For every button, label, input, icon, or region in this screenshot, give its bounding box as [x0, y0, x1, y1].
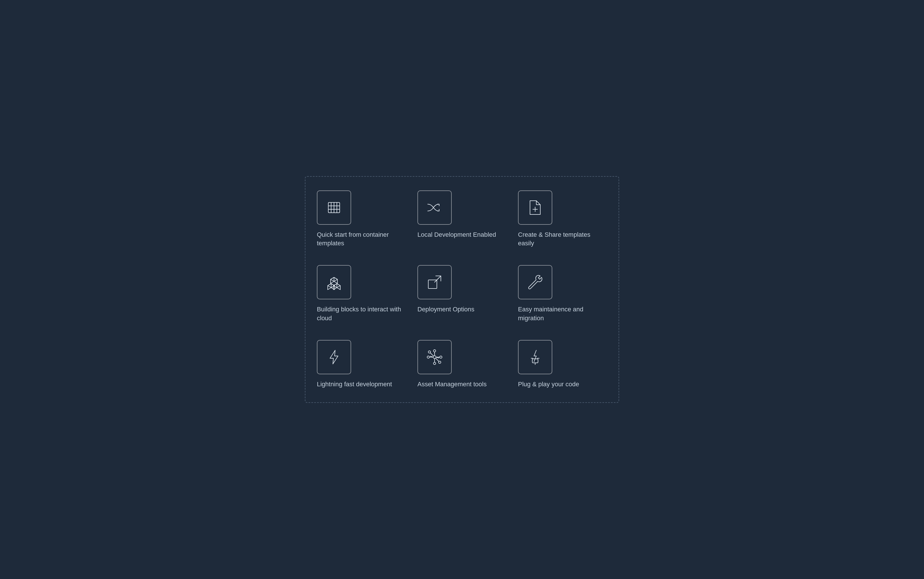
wrench-icon — [526, 273, 544, 291]
svg-line-32 — [436, 358, 439, 361]
lightning-fast-icon-box — [317, 340, 351, 374]
feature-lightning-fast: Lightning fast development — [317, 340, 406, 389]
feature-building-blocks: Building blocks to interact with cloud — [317, 265, 406, 323]
building-blocks-label: Building blocks to interact with cloud — [317, 305, 406, 323]
create-share-label: Create & Share templates easily — [518, 231, 607, 248]
svg-point-21 — [427, 356, 429, 358]
svg-point-22 — [440, 356, 442, 358]
feature-plug-play: Plug & play your code — [518, 340, 607, 389]
local-development-label: Local Development Enabled — [417, 231, 496, 239]
features-grid: Quick start from container templates Loc… — [317, 190, 607, 389]
shuffle-icon — [425, 198, 444, 217]
asset-management-icon-box — [417, 340, 452, 374]
svg-point-23 — [433, 350, 436, 352]
file-plus-icon — [526, 198, 544, 217]
asset-management-label: Asset Management tools — [417, 380, 487, 389]
building-blocks-icon-box — [317, 265, 351, 299]
local-development-icon-box — [417, 190, 452, 225]
features-container: Quick start from container templates Loc… — [305, 176, 619, 403]
container-templates-icon-box — [317, 190, 351, 225]
svg-line-31 — [430, 353, 433, 356]
network-icon — [425, 348, 444, 366]
feature-deployment: Deployment Options — [417, 265, 507, 323]
maintenance-label: Easy maintainence and migration — [518, 305, 607, 323]
lightning-icon — [325, 348, 343, 366]
plug-icon — [526, 348, 544, 366]
feature-asset-management: Asset Management tools — [417, 340, 507, 389]
deployment-label: Deployment Options — [417, 305, 474, 314]
feature-container-templates: Quick start from container templates — [317, 190, 406, 248]
plug-play-label: Plug & play your code — [518, 380, 579, 389]
svg-line-18 — [435, 276, 441, 282]
container-icon — [325, 198, 343, 217]
maintenance-icon-box — [518, 265, 552, 299]
container-templates-label: Quick start from container templates — [317, 231, 406, 248]
svg-point-24 — [433, 362, 436, 365]
svg-marker-19 — [330, 350, 338, 364]
feature-local-development: Local Development Enabled — [417, 190, 507, 248]
plug-play-icon-box — [518, 340, 552, 374]
deployment-icon-box — [417, 265, 452, 299]
create-share-icon-box — [518, 190, 552, 225]
deploy-icon — [425, 273, 444, 291]
feature-maintenance: Easy maintainence and migration — [518, 265, 607, 323]
blocks-icon — [325, 273, 343, 291]
feature-create-share: Create & Share templates easily — [518, 190, 607, 248]
lightning-fast-label: Lightning fast development — [317, 380, 392, 389]
